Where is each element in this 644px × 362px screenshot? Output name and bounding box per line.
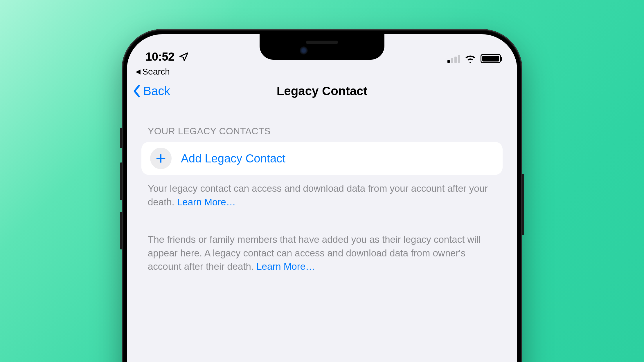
back-button-label: Back [143,84,170,98]
add-legacy-contact-button[interactable]: Add Legacy Contact [141,142,503,175]
section-footer-2: The friends or family members that have … [141,226,503,274]
power-button [522,174,524,235]
device-notch [260,34,384,60]
volume-up-button [120,162,122,200]
page-title: Legacy Contact [127,84,517,98]
location-icon [179,52,189,62]
add-legacy-contact-label: Add Legacy Contact [181,152,285,165]
wifi-icon [464,54,476,63]
navigation-bar: Back Legacy Contact [127,77,517,106]
plus-icon [150,148,172,169]
battery-icon [481,54,501,63]
phone-screen: 10:52 [127,34,517,362]
mute-switch [120,128,122,148]
breadcrumb-label: Search [142,67,170,77]
volume-down-button [120,212,122,249]
section-footer-1: Your legacy contact can access and downl… [141,175,503,209]
cellular-signal-icon [447,54,460,63]
learn-more-link-2[interactable]: Learn More… [256,261,315,272]
section-header: YOUR LEGACY CONTACTS [141,126,503,142]
speaker-grille [306,41,338,44]
chevron-left-icon [133,85,141,97]
learn-more-link-1[interactable]: Learn More… [177,197,236,207]
breadcrumb-back[interactable]: ◀ Search [127,66,517,77]
front-camera [300,46,308,55]
phone-device-frame: 10:52 [122,29,522,362]
status-time: 10:52 [145,50,175,63]
back-button[interactable]: Back [133,84,170,98]
breadcrumb-back-icon: ◀ [136,68,141,75]
